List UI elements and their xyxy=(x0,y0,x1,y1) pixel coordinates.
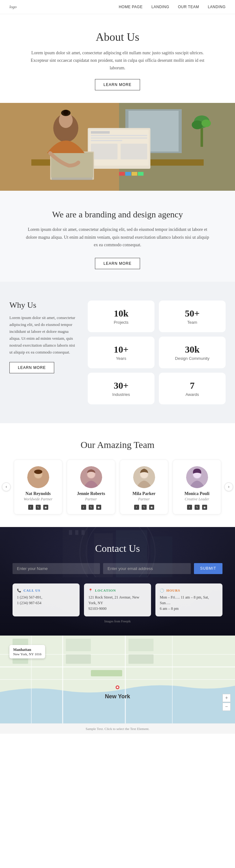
stats-grid: 10k Projects 50+ Team 10+ Years 30k Desi… xyxy=(88,301,226,404)
nav-links: HOME PAGE LANDING OUR TEAM LANDING xyxy=(119,5,226,9)
about-description: Lorem ipsum dolor sit amet, consectetur … xyxy=(25,49,210,71)
svg-point-67 xyxy=(116,686,119,688)
why-us-title: Why Us xyxy=(9,301,78,310)
team-cards: Nat Reynolds Worldwide Partner f 𝕏 ◉ xyxy=(11,460,224,515)
phone-icon: 📞 xyxy=(17,589,22,593)
contact-card-location: 📍 LOCATION 121 Rock Street, 21 Avenue, N… xyxy=(84,584,151,616)
branding-description: Lorem ipsum dolor sit amet, consectetur … xyxy=(25,226,210,249)
twitter-icon[interactable]: 𝕏 xyxy=(36,505,41,510)
contact-call-title: 📞 CALL US xyxy=(17,589,75,593)
twitter-icon-3[interactable]: 𝕏 xyxy=(142,505,147,510)
avatar-svg-4 xyxy=(186,466,208,488)
svg-rect-8 xyxy=(91,135,147,136)
contact-call-line2: 1 (234) 987-654 xyxy=(17,600,75,606)
contact-card-call: 📞 CALL US 1 (234) 567-891, 1 (234) 987-6… xyxy=(12,584,79,616)
instagram-icon[interactable]: ◉ xyxy=(43,505,48,510)
instagram-icon-3[interactable]: ◉ xyxy=(149,505,154,510)
why-us-learn-more-button[interactable]: LEARN MORE xyxy=(9,362,54,373)
facebook-icon[interactable]: f xyxy=(28,505,33,510)
svg-rect-12 xyxy=(121,144,147,159)
contact-hours-line2: 6 am – 8 pm xyxy=(160,606,218,611)
why-us-content: Why Us Lorem ipsum dolor sit amet, conse… xyxy=(9,301,78,404)
nav-landing-2[interactable]: LANDING xyxy=(208,5,226,9)
socials-2: f 𝕏 ◉ xyxy=(72,505,110,510)
contact-title: Contact Us xyxy=(12,543,223,554)
avatar-4 xyxy=(186,466,208,488)
avatar-svg-2 xyxy=(80,466,102,488)
contact-name-input[interactable] xyxy=(12,563,100,574)
team-member-4: Monica Pouli Creative Leader f 𝕏 ◉ xyxy=(173,460,221,515)
carousel-prev-button[interactable]: ‹ xyxy=(2,483,11,491)
facebook-icon-2[interactable]: f xyxy=(81,505,86,510)
contact-call-line1: 1 (234) 567-891, xyxy=(17,594,75,600)
svg-point-21 xyxy=(192,120,203,129)
contact-location-line2: 92103-9000 xyxy=(88,606,147,611)
avatar-2 xyxy=(80,466,102,488)
instagram-icon-4[interactable]: ◉ xyxy=(202,505,207,510)
map-city: Manhattan xyxy=(13,648,41,652)
svg-point-22 xyxy=(201,120,211,127)
branding-learn-more-button[interactable]: LEARN MORE xyxy=(95,258,140,269)
facebook-icon-3[interactable]: f xyxy=(134,505,139,510)
why-us-description: Lorem ipsum dolor sit amet, consectetur … xyxy=(9,314,78,356)
facebook-icon-4[interactable]: f xyxy=(187,505,192,510)
map-location-tag: Manhattan New York, NY 1016 xyxy=(9,645,45,658)
svg-rect-64 xyxy=(91,670,122,676)
svg-rect-25 xyxy=(125,172,131,176)
contact-email-input[interactable] xyxy=(103,563,191,574)
stat-projects: 10k Projects xyxy=(88,301,155,332)
nav-landing-1[interactable]: LANDING xyxy=(152,5,169,9)
zoom-in-button[interactable]: + xyxy=(223,694,231,702)
contact-submit-button[interactable]: SUBMIT xyxy=(194,563,223,574)
instagram-icon-2[interactable]: ◉ xyxy=(96,505,101,510)
svg-rect-60 xyxy=(129,639,154,651)
svg-rect-7 xyxy=(91,131,110,134)
svg-text:New York: New York xyxy=(105,693,130,700)
svg-rect-26 xyxy=(132,172,137,176)
stat-awards: 7 Awards xyxy=(159,373,226,404)
team-member-1: Nat Reynolds Worldwide Partner f 𝕏 ◉ xyxy=(14,460,62,515)
svg-rect-42 xyxy=(69,530,72,535)
clock-icon: 🕐 xyxy=(160,589,165,593)
socials-4: f 𝕏 ◉ xyxy=(178,505,216,510)
branding-title: We are a branding and design agency xyxy=(25,210,210,220)
svg-rect-27 xyxy=(138,172,143,176)
map-section: New York Manhattan New York, NY 1016 + − xyxy=(0,636,235,723)
nav-team[interactable]: OUR TEAM xyxy=(178,5,199,9)
stat-industries: 30+ Industries xyxy=(88,373,155,404)
twitter-icon-4[interactable]: 𝕏 xyxy=(195,505,200,510)
hero-image xyxy=(0,103,235,191)
svg-rect-43 xyxy=(75,530,78,535)
svg-rect-23 xyxy=(52,178,93,180)
svg-rect-9 xyxy=(91,137,147,138)
avatar-3 xyxy=(133,466,155,488)
about-title: About Us xyxy=(25,30,210,43)
stat-community: 30k Design Community xyxy=(159,337,226,368)
twitter-icon-2[interactable]: 𝕏 xyxy=(89,505,94,510)
map-zoom-controls: + − xyxy=(223,694,231,711)
zoom-out-button[interactable]: − xyxy=(223,703,231,711)
team-carousel: ‹ Nat Reynolds Worldwide Partner f 𝕏 xyxy=(6,460,229,515)
contact-hours-title: 🕐 HOURS xyxy=(160,589,218,593)
carousel-next-button[interactable]: › xyxy=(224,483,233,491)
team-title: Our Amazing Team xyxy=(6,439,229,450)
avatar-svg-1 xyxy=(27,466,49,488)
avatar-1 xyxy=(27,466,49,488)
contact-hours-line1: Mon – Fri…. 11 am – 8 pm, Sat, Sun…. xyxy=(160,594,218,606)
footer-note: Sample Text. Click to select the Text El… xyxy=(0,723,235,734)
svg-rect-24 xyxy=(119,172,125,176)
contact-location-title: 📍 LOCATION xyxy=(88,589,147,593)
hero-svg xyxy=(0,103,235,191)
contact-location-line1: 121 Rock Street, 21 Avenue, New York, NY xyxy=(88,594,147,606)
svg-point-18 xyxy=(63,110,68,115)
freepik-note: Images from Freepik xyxy=(12,620,223,623)
nav-home[interactable]: HOME PAGE xyxy=(119,5,142,9)
navigation: logo HOME PAGE LANDING OUR TEAM LANDING xyxy=(0,0,235,14)
contact-form: SUBMIT xyxy=(12,563,223,574)
svg-rect-10 xyxy=(91,140,122,141)
logo: logo xyxy=(9,4,16,9)
avatar-svg-3 xyxy=(133,466,155,488)
contact-card-hours: 🕐 HOURS Mon – Fri…. 11 am – 8 pm, Sat, S… xyxy=(156,584,223,616)
about-learn-more-button[interactable]: LEARN MORE xyxy=(95,79,140,90)
socials-3: f 𝕏 ◉ xyxy=(125,505,163,510)
